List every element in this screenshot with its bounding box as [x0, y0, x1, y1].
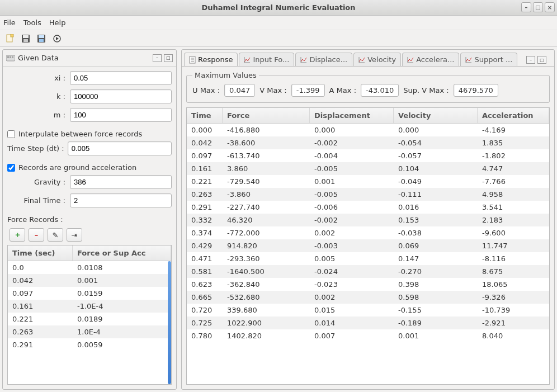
umax-label: U Max :	[192, 86, 220, 95]
tab-velocity[interactable]: Velocity	[353, 53, 401, 66]
add-record-button[interactable]: ＋	[10, 228, 25, 242]
window-titlebar: Duhamel Integral Numeric Evaluation – □ …	[0, 0, 557, 16]
save-icon[interactable]	[20, 33, 31, 44]
records-col-time[interactable]: Time (sec)	[8, 245, 73, 261]
table-row[interactable]: 0.429914.820-0.0030.06911.747	[187, 239, 549, 252]
col-acceleration[interactable]: Acceleration	[478, 108, 549, 123]
menu-file[interactable]: File	[3, 18, 16, 27]
table-row[interactable]: 0.33246.320-0.0020.1532.183	[187, 214, 549, 226]
svg-rect-11	[7, 56, 9, 58]
new-file-icon[interactable]	[4, 33, 16, 44]
chart-icon	[358, 56, 365, 63]
col-force[interactable]: Force	[223, 108, 310, 123]
table-row[interactable]: 0.221-729.5400.001-0.049-7.766	[187, 175, 549, 188]
import-icon: ⇥	[72, 231, 78, 239]
tabs-maximize-icon[interactable]: □	[537, 56, 546, 64]
close-button[interactable]: ×	[545, 2, 555, 12]
document-icon	[189, 56, 196, 64]
given-data-title: Given Data	[18, 54, 59, 62]
svg-rect-6	[39, 35, 44, 38]
table-row[interactable]: 0.097-613.740-0.004-0.057-1.802	[187, 149, 549, 162]
minimize-button[interactable]: –	[521, 2, 531, 12]
vmax-label: V Max :	[259, 86, 286, 95]
table-row[interactable]: 0.263-3.860-0.005-0.1114.958	[187, 188, 549, 201]
dt-input[interactable]	[68, 141, 172, 155]
remove-record-button[interactable]: –	[29, 228, 44, 242]
table-row[interactable]: 0.720339.6800.015-0.155-10.739	[187, 304, 549, 317]
chart-icon	[465, 56, 472, 63]
response-table[interactable]: Time Force Displacement Velocity Acceler…	[186, 107, 550, 385]
xi-label: xi :	[7, 74, 70, 82]
gravity-label: Gravity :	[7, 178, 70, 186]
menu-help[interactable]: Help	[49, 18, 66, 27]
table-row[interactable]: 0.042-38.600-0.002-0.0541.835	[187, 136, 549, 149]
svg-rect-1	[11, 34, 13, 37]
col-time[interactable]: Time	[187, 108, 223, 123]
scrollbar[interactable]	[168, 261, 171, 384]
table-row[interactable]: 0.2631.0E-4	[8, 325, 171, 338]
table-row[interactable]: 0.471-293.3600.0050.147-8.116	[187, 252, 549, 265]
maximum-values-group: Maximum Values U Max : 0.047 V Max : -1.…	[186, 71, 550, 103]
table-row[interactable]: 0.7251022.9000.014-0.189-2.921	[187, 317, 549, 329]
table-row[interactable]: 0.2210.0189	[8, 313, 171, 325]
window-title: Duhamel Integral Numeric Evaluation	[201, 3, 355, 12]
svg-rect-7	[39, 39, 44, 42]
menu-tools[interactable]: Tools	[23, 18, 41, 27]
svg-rect-4	[23, 39, 28, 42]
table-row[interactable]: 0.665-532.6800.0020.598-9.326	[187, 291, 549, 304]
amax-value: -43.010	[361, 84, 399, 97]
final-time-input[interactable]	[70, 193, 172, 207]
maximize-button[interactable]: □	[533, 2, 543, 12]
col-displacement[interactable]: Displacement	[310, 108, 394, 123]
menubar: File Tools Help	[0, 16, 557, 30]
tabbar: Response Input Fo... Displace... Velocit…	[182, 50, 554, 67]
tabs-minimize-icon[interactable]: –	[526, 56, 535, 64]
tab-support[interactable]: Support ...	[460, 53, 517, 66]
chart-icon	[407, 56, 414, 63]
panel-maximize-icon[interactable]: □	[164, 54, 173, 62]
records-col-force[interactable]: Force or Sup Acc	[73, 245, 171, 261]
amax-label: A Max :	[329, 86, 356, 95]
interpolate-label: Interpulate between force records	[18, 130, 142, 138]
table-row[interactable]: 0.1613.860-0.0050.1044.747	[187, 162, 549, 175]
svg-rect-12	[10, 56, 11, 58]
xi-input[interactable]	[70, 71, 172, 85]
svg-marker-9	[56, 37, 59, 40]
panel-icon	[6, 54, 15, 62]
ground-accel-checkbox[interactable]	[7, 164, 15, 172]
svg-rect-3	[23, 35, 29, 38]
table-row[interactable]: 0.0420.001	[8, 274, 171, 287]
maximum-values-legend: Maximum Values	[192, 71, 259, 79]
tab-input-force[interactable]: Input Fo...	[239, 53, 294, 66]
svg-rect-10	[6, 55, 15, 61]
umax-value: 0.047	[224, 84, 255, 97]
final-time-label: Final Time :	[7, 196, 70, 205]
table-row[interactable]: 0.374-772.0000.002-0.038-9.600	[187, 226, 549, 239]
import-record-button[interactable]: ⇥	[67, 228, 82, 242]
table-row[interactable]: 0.00.0108	[8, 261, 171, 274]
dt-label: Time Step (dt) :	[7, 144, 68, 153]
table-row[interactable]: 0.623-362.840-0.0230.39818.065	[187, 278, 549, 291]
m-input[interactable]	[70, 108, 172, 122]
gravity-input[interactable]	[70, 175, 172, 189]
table-row[interactable]: 0.581-1640.500-0.024-0.2708.675	[187, 265, 549, 278]
force-records-table[interactable]: Time (sec) Force or Sup Acc 0.00.01080.0…	[7, 245, 172, 385]
tab-response[interactable]: Response	[184, 53, 238, 66]
interpolate-checkbox[interactable]	[7, 130, 15, 138]
run-icon[interactable]	[51, 33, 63, 44]
table-row[interactable]: 0.161-1.0E-4	[8, 300, 171, 313]
table-row[interactable]: 0.0970.0159	[8, 287, 171, 300]
table-row[interactable]: 0.7801402.8200.0070.0018.040	[187, 329, 549, 342]
given-data-panel: Given Data – □ xi : k : m : Interpulate …	[2, 49, 177, 390]
edit-record-button[interactable]: ✎	[48, 228, 63, 242]
table-row[interactable]: 0.2910.0059	[8, 338, 171, 351]
table-row[interactable]: 0.000-416.8800.0000.000-4.169	[187, 124, 549, 136]
k-input[interactable]	[70, 89, 172, 103]
tab-acceleration[interactable]: Accelera...	[402, 53, 459, 66]
table-row[interactable]: 0.291-227.740-0.0060.0163.541	[187, 201, 549, 214]
tab-displacement[interactable]: Displace...	[295, 53, 352, 66]
col-velocity[interactable]: Velocity	[394, 108, 478, 123]
panel-minimize-icon[interactable]: –	[153, 54, 162, 62]
save-as-icon[interactable]	[36, 33, 47, 44]
force-records-label: Force Records :	[7, 215, 172, 224]
